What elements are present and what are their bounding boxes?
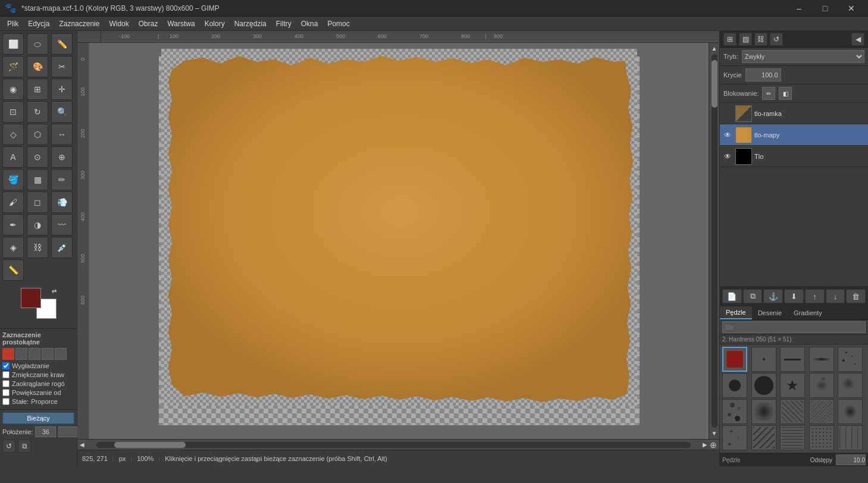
rectangle-select-tool[interactable]: ⬜ [2, 33, 24, 55]
brush-star-cell[interactable]: ★ [780, 373, 805, 398]
ink-tool[interactable]: ✒ [2, 214, 24, 236]
current-tool-button[interactable]: Bieżący [2, 412, 74, 424]
pencil-tool[interactable]: ✏ [51, 169, 73, 190]
extra-tool-icon[interactable]: ⧉ [18, 440, 31, 453]
menu-item-plik[interactable]: Plik [2, 18, 23, 29]
tab-patterns[interactable]: Desenie [752, 306, 788, 319]
x-position-input[interactable] [35, 426, 56, 437]
mode-replace-btn[interactable] [2, 348, 14, 360]
tab-brushes[interactable]: Pędzle [720, 306, 752, 319]
tab-gradients[interactable]: Gradienty [788, 306, 828, 319]
minimize-button[interactable]: – [787, 0, 811, 17]
menu-item-okna[interactable]: Okna [296, 18, 323, 29]
horizontal-scrollbar[interactable]: ◀ ▶ ⊕ [77, 439, 719, 450]
canvas-container[interactable] [89, 43, 709, 439]
eraser-tool[interactable]: ◻ [27, 192, 48, 213]
align-tool[interactable]: ⊞ [27, 79, 48, 100]
brush-line-soft-cell[interactable] [809, 347, 834, 372]
menu-item-widok[interactable]: Widok [104, 18, 133, 29]
sharpen-tool[interactable]: ◈ [2, 237, 24, 258]
layer-visibility-Tlo[interactable]: 👁 [722, 151, 733, 162]
undo-icon[interactable]: ↺ [770, 33, 783, 46]
crop-tool[interactable]: ⊡ [2, 101, 24, 123]
mode-extra-btn[interactable] [55, 348, 67, 360]
new-layer-btn[interactable]: 📄 [722, 289, 742, 303]
layer-item-tlo-ramka[interactable]: tlo-ramka [720, 103, 868, 124]
foreground-select-tool[interactable]: ◉ [2, 79, 24, 100]
layer-item-Tlo[interactable]: 👁Tlo [720, 146, 868, 167]
brush-circle-l-cell[interactable] [751, 373, 776, 398]
brush-scatter1-cell[interactable] [722, 399, 747, 424]
mode-subtract-btn[interactable] [29, 348, 40, 360]
menu-item-narzędzia[interactable]: Narzędzia [230, 18, 271, 29]
close-button[interactable]: ✕ [839, 0, 863, 17]
brush-red-cell[interactable] [722, 347, 747, 372]
brush-dots-spread-cell[interactable] [838, 347, 863, 372]
brush-scatter2-cell[interactable] [751, 399, 776, 424]
opacity-input[interactable] [745, 68, 781, 81]
reset-tool-icon[interactable]: ↺ [2, 440, 15, 453]
swap-colors-icon[interactable]: ⇄ [52, 288, 57, 294]
brush-stars-scatter-cell[interactable]: ✦ ✦ ✦ [722, 425, 747, 450]
brush-noise1-cell[interactable] [780, 399, 805, 424]
menu-item-obraz[interactable]: Obraz [134, 18, 163, 29]
move-layer-up-btn[interactable]: ↑ [805, 289, 825, 303]
brush-splatter1-cell[interactable] [809, 373, 834, 398]
brushes-filter-input[interactable] [722, 321, 866, 333]
menu-item-pomoc[interactable]: Pomoc [322, 18, 354, 29]
v-scroll-up-arrow[interactable]: ▲ [712, 45, 717, 52]
layer-visibility-tlo-mapy[interactable]: 👁 [722, 130, 733, 140]
color-picker-tool[interactable]: 💉 [51, 237, 73, 258]
layer-item-tlo-mapy[interactable]: 👁tlo-mapy [720, 124, 868, 146]
brush-splatter2-cell[interactable] [838, 373, 863, 398]
layers-icon[interactable]: ⊞ [723, 33, 737, 46]
brush-soft-circle-cell[interactable] [838, 399, 863, 424]
path-tool[interactable]: ⛓ [27, 237, 48, 258]
channels-icon[interactable]: ▨ [739, 33, 752, 46]
spacing-input[interactable] [836, 454, 866, 465]
maximize-button[interactable]: □ [813, 0, 837, 17]
brush-hlines-cell[interactable] [780, 425, 805, 450]
feather-checkbox[interactable] [2, 371, 10, 378]
lock-pixels-btn[interactable]: ✏ [762, 87, 775, 100]
rotate-tool[interactable]: ↻ [27, 101, 48, 123]
brush-noise2-cell[interactable] [809, 399, 834, 424]
menu-item-filtry[interactable]: Filtry [271, 18, 296, 29]
free-select-tool[interactable]: ✏️ [51, 33, 73, 55]
mode-add-btn[interactable] [15, 348, 27, 360]
menu-item-zaznaczenie[interactable]: Zaznaczenie [54, 18, 104, 29]
h-scroll-left-arrow[interactable]: ◀ [80, 441, 84, 448]
brush-circle-m-cell[interactable] [722, 373, 747, 398]
menu-item-warstwa[interactable]: Warstwa [162, 18, 199, 29]
anchor-layer-btn[interactable]: ⚓ [763, 289, 783, 303]
delete-layer-btn[interactable]: 🗑 [846, 289, 866, 303]
round-corners-checkbox[interactable] [2, 380, 10, 387]
smudge-tool[interactable]: 〰 [51, 214, 73, 236]
measure-tool[interactable]: 📏 [2, 259, 24, 281]
brush-paint-marks-cell[interactable] [838, 425, 863, 450]
merge-down-btn[interactable]: ⬇ [784, 289, 804, 303]
paths-icon[interactable]: ⛓ [754, 33, 767, 46]
nav-icon[interactable]: ⊕ [710, 440, 717, 450]
brush-line-h-cell[interactable] [780, 347, 805, 372]
v-scroll-thumb[interactable] [712, 60, 717, 108]
expand-checkbox[interactable] [2, 389, 10, 396]
brush-diagonal-cell[interactable] [751, 425, 776, 450]
text-tool[interactable]: A [2, 146, 24, 168]
panel-collapse-icon[interactable]: ◀ [851, 33, 864, 46]
scissors-tool[interactable]: ✂ [51, 56, 73, 77]
paint-brush-tool[interactable]: 🖌 [2, 192, 24, 213]
h-scroll-right-arrow[interactable]: ▶ [703, 441, 707, 448]
blend-tool[interactable]: ▦ [27, 169, 48, 190]
clone-tool[interactable]: ⊙ [27, 146, 48, 168]
ellipse-select-tool[interactable]: ⬭ [27, 33, 48, 55]
shear-tool[interactable]: ◇ [2, 124, 24, 145]
v-scroll-down-arrow[interactable]: ▼ [712, 430, 717, 437]
lock-alpha-btn[interactable]: ◧ [779, 87, 792, 100]
vertical-scrollbar[interactable]: ▲ ▼ [709, 43, 719, 439]
paint-bucket-tool[interactable]: 🪣 [2, 169, 24, 190]
brush-dots-grid-cell[interactable] [809, 425, 834, 450]
foreground-color[interactable] [21, 288, 41, 308]
heal-tool[interactable]: ⊕ [51, 146, 73, 168]
zoom-tool[interactable]: 🔍 [51, 101, 73, 123]
